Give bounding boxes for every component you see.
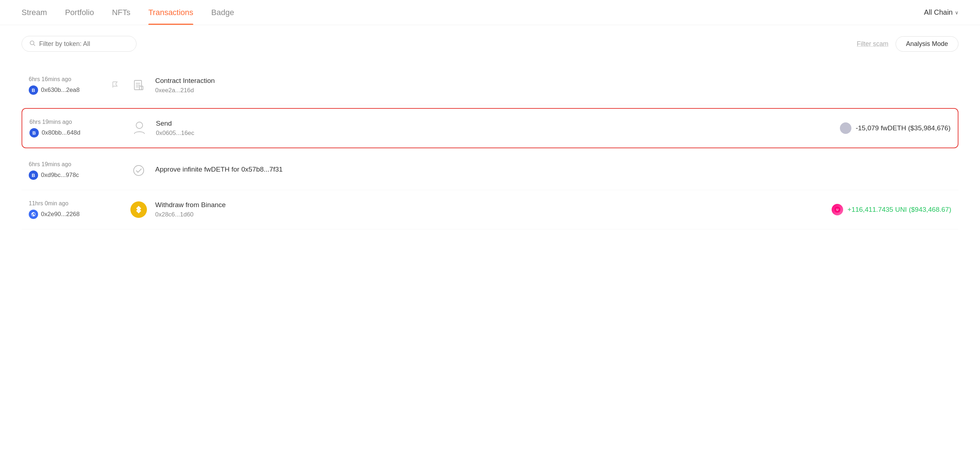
tx-address: 0x630b...2ea8: [41, 87, 80, 94]
fwdeth-token-icon: [840, 122, 851, 134]
tab-badge[interactable]: Badge: [211, 0, 234, 25]
search-icon: [29, 40, 35, 48]
table-row[interactable]: 6hrs 19mins ago B 0x80bb...648d Send 0x0…: [22, 108, 958, 148]
tx-time: 11hrs 0min ago: [29, 200, 100, 207]
svg-point-9: [134, 165, 144, 176]
main-content: Filter scam Analysis Mode 6hrs 16mins ag…: [0, 25, 980, 240]
tx-type-icon: [129, 120, 150, 136]
chain-badge: B: [29, 86, 38, 95]
tx-time-address: 6hrs 19mins ago B 0x80bb...648d: [29, 119, 101, 138]
tx-flag: [108, 81, 122, 90]
search-input[interactable]: [39, 40, 129, 48]
tx-type-icon: [128, 201, 150, 218]
tab-transactions[interactable]: Transactions: [148, 0, 193, 25]
svg-text:U: U: [836, 208, 838, 211]
chain-badge: B: [29, 171, 38, 180]
chain-selector-label: All Chain: [924, 8, 953, 16]
tx-hash: 0x0605...16ec: [156, 130, 840, 137]
tx-address-row: 0x2e90...2268: [29, 210, 100, 219]
tx-hash: 0x28c6...1d60: [155, 211, 832, 218]
table-row[interactable]: 11hrs 0min ago 0x2e90...2268: [22, 190, 958, 230]
svg-point-0: [30, 41, 34, 45]
tx-time-address: 6hrs 16mins ago B 0x630b...2ea8: [29, 76, 100, 95]
tx-time: 6hrs 19mins ago: [29, 161, 100, 168]
tx-hash: 0xee2a...216d: [155, 87, 951, 94]
chain-selector[interactable]: All Chain ∨: [924, 8, 958, 16]
chain-badge: B: [29, 128, 39, 138]
tx-address: 0x2e90...2268: [41, 211, 80, 218]
tx-details: Withdraw from Binance 0x28c6...1d60: [155, 201, 832, 218]
tx-label: Approve infinite fwDETH for 0x57b8...7f3…: [155, 165, 951, 173]
filter-bar: Filter scam Analysis Mode: [22, 36, 958, 52]
tab-nfts[interactable]: NFTs: [112, 0, 130, 25]
tx-amount: -15,079 fwDETH ($35,984,676): [840, 122, 951, 134]
flag-icon: [112, 81, 118, 90]
tx-details: Contract Interaction 0xee2a...216d: [155, 77, 951, 94]
filter-scam-button[interactable]: Filter scam: [857, 40, 888, 48]
tx-time-address: 6hrs 19mins ago B 0xd9bc...978c: [29, 161, 100, 180]
analysis-mode-button[interactable]: Analysis Mode: [896, 36, 958, 52]
tab-portfolio[interactable]: Portfolio: [65, 0, 94, 25]
tx-time-address: 11hrs 0min ago 0x2e90...2268: [29, 200, 100, 219]
table-row[interactable]: 6hrs 19mins ago B 0xd9bc...978c Approve …: [22, 151, 958, 190]
binance-icon: [130, 201, 147, 218]
tx-label: Send: [156, 120, 840, 127]
amount-value: -15,079 fwDETH ($35,984,676): [856, 124, 951, 132]
nav-tabs: Stream Portfolio NFTs Transactions Badge: [22, 0, 234, 25]
top-nav: Stream Portfolio NFTs Transactions Badge…: [0, 0, 980, 25]
tab-stream[interactable]: Stream: [22, 0, 47, 25]
tx-address: 0xd9bc...978c: [41, 171, 79, 179]
tx-address-row: B 0x630b...2ea8: [29, 86, 100, 95]
table-row[interactable]: 6hrs 16mins ago B 0x630b...2ea8: [22, 66, 958, 105]
amount-value: +116,411.7435 UNI ($943,468.67): [848, 206, 951, 214]
tx-type-icon: [128, 78, 150, 93]
tx-details: Approve infinite fwDETH for 0x57b8...7f3…: [155, 165, 951, 176]
svg-line-1: [33, 44, 35, 46]
tx-address: 0x80bb...648d: [42, 129, 81, 136]
tx-label: Contract Interaction: [155, 77, 951, 85]
tx-type-icon: [128, 163, 150, 178]
tx-address-row: B 0xd9bc...978c: [29, 171, 100, 180]
chain-badge: [29, 210, 38, 219]
search-box[interactable]: [22, 36, 137, 52]
tx-time: 6hrs 16mins ago: [29, 76, 100, 82]
tx-details: Send 0x0605...16ec: [156, 120, 840, 137]
tx-time: 6hrs 19mins ago: [29, 119, 101, 125]
chevron-down-icon: ∨: [955, 10, 958, 16]
svg-point-8: [136, 122, 143, 128]
tx-amount: U +116,411.7435 UNI ($943,468.67): [832, 204, 951, 215]
tx-label: Withdraw from Binance: [155, 201, 832, 209]
uni-token-icon: U: [832, 204, 843, 215]
tx-address-row: B 0x80bb...648d: [29, 128, 101, 138]
filter-actions: Filter scam Analysis Mode: [857, 36, 958, 52]
transaction-list: 6hrs 16mins ago B 0x630b...2ea8: [22, 66, 958, 230]
